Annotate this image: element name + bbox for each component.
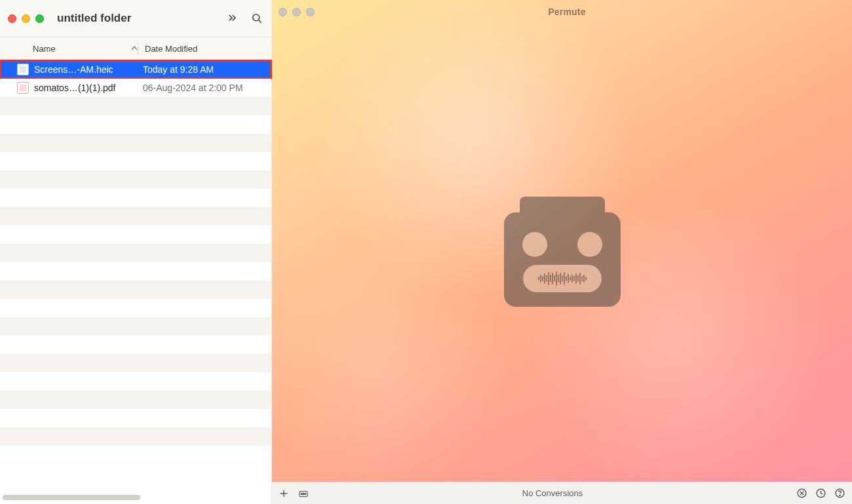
traffic-lights: [279, 8, 315, 16]
col-header-name[interactable]: Name: [0, 44, 138, 54]
empty-row: [0, 244, 271, 262]
svg-point-6: [303, 493, 304, 494]
empty-row: [0, 207, 271, 225]
file-row[interactable]: somatos…(1)(1).pdf 06-Aug-2024 at 2:00 P…: [0, 79, 271, 97]
empty-row: [0, 97, 271, 115]
file-date: 06-Aug-2024 at 2:00 PM: [136, 83, 243, 93]
file-date: Today at 9:28 AM: [136, 64, 214, 75]
search-icon[interactable]: [250, 12, 263, 25]
minimize-window-button[interactable]: [292, 8, 301, 16]
empty-row: [0, 317, 271, 336]
close-window-button[interactable]: [279, 8, 287, 16]
empty-row: [0, 354, 271, 372]
presets-button[interactable]: [298, 488, 309, 499]
file-type-pdf-icon: [17, 82, 29, 94]
help-button[interactable]: [834, 488, 845, 499]
empty-row: [0, 262, 271, 281]
permute-window: Permute: [272, 0, 852, 504]
column-headers: Name Date Modified: [0, 37, 271, 60]
empty-row: [0, 152, 271, 170]
horizontal-scrollbar[interactable]: [3, 495, 140, 500]
empty-row: [0, 189, 271, 207]
file-row[interactable]: Screens…-AM.heic Today at 9:28 AM: [0, 60, 271, 79]
empty-row: [0, 170, 271, 189]
more-toolbar-icon[interactable]: [225, 12, 239, 25]
svg-point-5: [301, 493, 302, 494]
sort-ascending-icon: [131, 44, 138, 54]
empty-row: [0, 391, 271, 409]
file-type-image-icon: [17, 64, 29, 75]
footer-status: No Conversions: [309, 488, 796, 498]
add-button[interactable]: [279, 488, 289, 499]
col-header-name-label: Name: [33, 44, 56, 54]
empty-row: [0, 427, 271, 446]
col-header-date[interactable]: Date Modified: [138, 44, 197, 54]
empty-row: [0, 372, 271, 391]
finder-window: untitled folder Name Date Modified Scree…: [0, 0, 272, 504]
svg-point-0: [253, 14, 260, 21]
finder-title: untitled folder: [57, 12, 220, 25]
minimize-window-button[interactable]: [22, 14, 30, 23]
zoom-window-button[interactable]: [306, 8, 315, 16]
empty-row: [0, 225, 271, 244]
empty-row: [0, 299, 271, 317]
empty-row: [0, 134, 271, 152]
file-name: Screens…-AM.heic: [34, 64, 136, 75]
robot-drop-icon: [504, 197, 621, 307]
footer-left: [279, 488, 309, 499]
empty-row: [0, 409, 271, 427]
empty-row: [0, 336, 271, 354]
footer-right: [796, 488, 845, 499]
svg-point-13: [840, 495, 840, 495]
history-button[interactable]: [815, 488, 826, 499]
stop-button[interactable]: [796, 488, 807, 499]
drop-area[interactable]: [272, 21, 852, 482]
file-name: somatos…(1)(1).pdf: [34, 83, 136, 93]
empty-row: [0, 115, 271, 134]
permute-footer: No Conversions: [272, 482, 852, 504]
permute-toolbar: Permute: [272, 0, 852, 21]
traffic-lights: [8, 14, 44, 23]
zoom-window-button[interactable]: [35, 14, 44, 23]
empty-row: [0, 446, 271, 464]
permute-title: Permute: [322, 7, 811, 17]
empty-row: [0, 281, 271, 299]
file-list: Screens…-AM.heic Today at 9:28 AM somato…: [0, 60, 271, 504]
col-header-date-label: Date Modified: [145, 44, 197, 54]
finder-toolbar: untitled folder: [0, 0, 271, 37]
svg-line-1: [259, 20, 261, 23]
svg-point-7: [305, 493, 306, 494]
close-window-button[interactable]: [8, 14, 16, 23]
